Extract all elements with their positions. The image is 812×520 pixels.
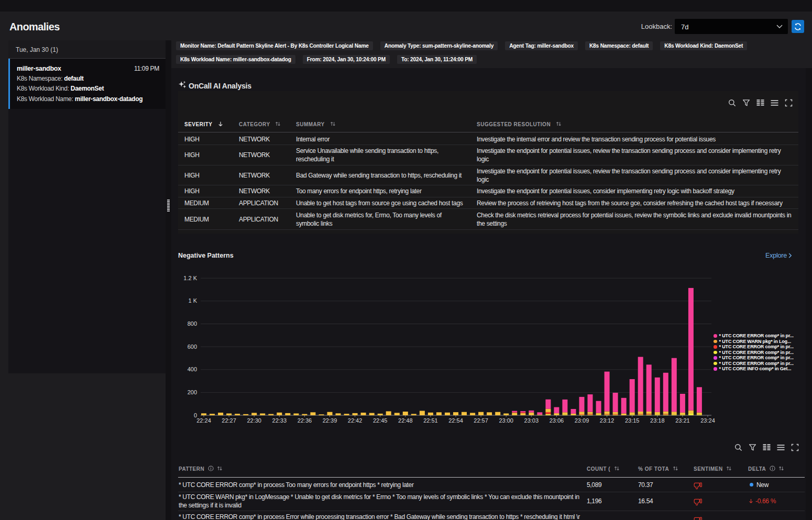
- svg-text:22:24: 22:24: [196, 417, 211, 424]
- svg-text:200: 200: [188, 389, 197, 395]
- svg-text:23:21: 23:21: [675, 417, 690, 424]
- svg-text:22:48: 22:48: [398, 417, 413, 424]
- svg-text:22:42: 22:42: [348, 417, 363, 424]
- svg-text:22:27: 22:27: [222, 417, 236, 424]
- svg-text:22:51: 22:51: [423, 417, 438, 424]
- svg-text:22:57: 22:57: [474, 417, 488, 424]
- svg-text:22:33: 22:33: [272, 417, 287, 424]
- svg-text:22:36: 22:36: [298, 417, 312, 424]
- svg-text:23:15: 23:15: [625, 417, 640, 424]
- svg-text:23:18: 23:18: [650, 417, 665, 424]
- svg-text:23:24: 23:24: [700, 417, 715, 424]
- svg-text:23:09: 23:09: [575, 417, 589, 424]
- svg-text:800: 800: [188, 320, 197, 327]
- svg-text:600: 600: [188, 344, 197, 350]
- svg-text:1 K: 1 K: [188, 297, 197, 304]
- svg-text:23:06: 23:06: [550, 417, 564, 424]
- svg-text:400: 400: [188, 366, 197, 372]
- svg-text:22:30: 22:30: [247, 417, 261, 424]
- svg-text:22:45: 22:45: [373, 417, 388, 424]
- svg-text:23:12: 23:12: [600, 417, 615, 424]
- svg-text:22:54: 22:54: [448, 417, 463, 424]
- svg-text:1.2 K: 1.2 K: [183, 275, 197, 281]
- svg-text:23:03: 23:03: [524, 417, 539, 424]
- svg-text:22:39: 22:39: [323, 417, 337, 424]
- svg-text:23:00: 23:00: [499, 417, 513, 424]
